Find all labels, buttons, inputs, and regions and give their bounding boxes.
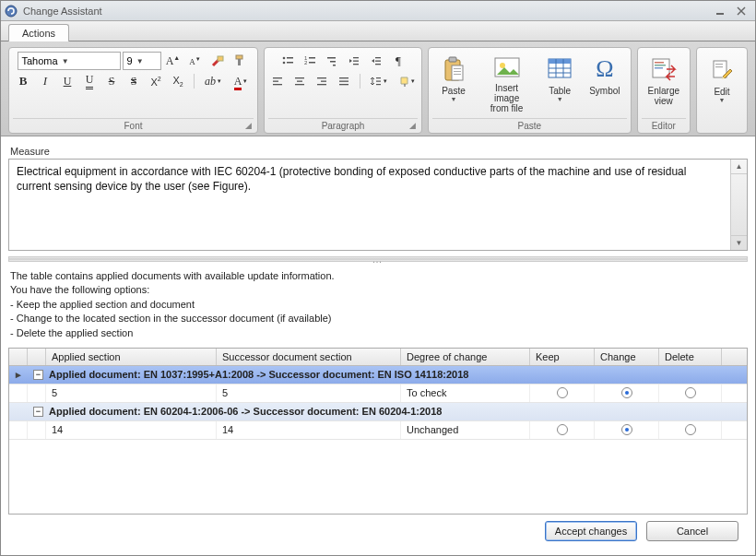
scroll-down-button[interactable]: ▼ bbox=[731, 235, 747, 250]
group-title-cell[interactable]: −Applied document: EN 1037:1995+A1:2008 … bbox=[28, 366, 747, 384]
group-title: Applied document: EN 60204-1:2006-06 -> … bbox=[49, 406, 442, 417]
justify-button[interactable] bbox=[334, 72, 354, 90]
font-dialog-launcher[interactable]: ◢ bbox=[245, 121, 252, 130]
collapse-icon[interactable]: − bbox=[33, 407, 43, 417]
svg-rect-23 bbox=[375, 64, 381, 65]
col-applied[interactable]: Applied section bbox=[46, 349, 217, 365]
keep-radio[interactable] bbox=[557, 424, 568, 435]
col-degree[interactable]: Degree of change bbox=[401, 349, 530, 365]
measure-label: Measure bbox=[10, 146, 748, 157]
insert-image-button[interactable]: Insert image from file bbox=[477, 52, 537, 116]
font-color-button[interactable]: A▾ bbox=[228, 72, 254, 90]
shading-button[interactable]: ▾ bbox=[394, 72, 419, 90]
col-keep[interactable]: Keep bbox=[530, 349, 595, 365]
line-spacing-button[interactable]: ▾ bbox=[366, 72, 392, 90]
group-label: Editor bbox=[642, 118, 686, 133]
scroll-track[interactable] bbox=[731, 174, 747, 235]
align-right-button[interactable] bbox=[312, 72, 332, 90]
chevron-down-icon: ▼ bbox=[62, 57, 69, 65]
group-title: Applied document: EN 1037:1995+A1:2008 -… bbox=[49, 369, 468, 380]
svg-rect-27 bbox=[295, 77, 304, 78]
svg-rect-17 bbox=[333, 65, 336, 66]
format-painter-button[interactable] bbox=[230, 52, 250, 70]
subscript-button[interactable]: X2 bbox=[168, 72, 188, 90]
enlarge-view-button[interactable]: Enlarge view bbox=[642, 52, 686, 116]
svg-rect-14 bbox=[309, 62, 315, 64]
svg-rect-22 bbox=[375, 61, 381, 62]
font-size-combo[interactable]: 9 ▼ bbox=[123, 52, 161, 70]
group-label: Paste bbox=[432, 118, 627, 133]
paragraph-dialog-launcher[interactable]: ◢ bbox=[409, 121, 416, 130]
multilevel-button[interactable] bbox=[322, 52, 342, 70]
keep-radio[interactable] bbox=[557, 387, 568, 398]
show-marks-button[interactable]: ¶ bbox=[388, 52, 408, 70]
omega-icon: Ω bbox=[590, 54, 620, 84]
double-strike-button[interactable]: S bbox=[124, 72, 144, 90]
change-radio[interactable] bbox=[621, 387, 632, 398]
clipboard-icon bbox=[439, 54, 468, 84]
svg-rect-32 bbox=[317, 84, 326, 85]
group-row[interactable]: −Applied document: EN 60204-1:2006-06 ->… bbox=[9, 403, 747, 421]
increase-indent-button[interactable] bbox=[366, 52, 386, 70]
strikethrough-button[interactable]: S bbox=[101, 72, 122, 90]
col-successor[interactable]: Successor document section bbox=[217, 349, 401, 365]
underline-button[interactable]: U bbox=[57, 72, 77, 90]
close-button[interactable] bbox=[731, 4, 751, 18]
svg-rect-56 bbox=[655, 67, 663, 69]
group-row[interactable]: ▸−Applied document: EN 1037:1995+A1:2008… bbox=[9, 366, 747, 384]
numbering-button[interactable]: 12 bbox=[300, 52, 320, 70]
collapse-icon[interactable]: − bbox=[33, 370, 43, 380]
decrease-indent-button[interactable] bbox=[344, 52, 364, 70]
cell-keep bbox=[530, 384, 595, 402]
info-line: - Delete the applied section bbox=[10, 326, 748, 340]
shrink-font-button[interactable]: A▼ bbox=[185, 52, 206, 70]
svg-point-9 bbox=[283, 62, 286, 65]
col-indicator[interactable] bbox=[9, 349, 28, 365]
symbol-button[interactable]: Ω Symbol bbox=[583, 52, 626, 116]
cancel-button[interactable]: Cancel bbox=[646, 521, 738, 541]
paste-button[interactable]: Paste ▼ bbox=[432, 52, 475, 116]
italic-button[interactable]: I bbox=[35, 72, 55, 90]
superscript-button[interactable]: X2 bbox=[146, 72, 166, 90]
svg-rect-1 bbox=[716, 13, 724, 15]
delete-radio[interactable] bbox=[685, 424, 696, 435]
separator bbox=[360, 74, 360, 89]
highlight-color-button[interactable]: ab▾ bbox=[200, 72, 226, 90]
row-indicator: ▸ bbox=[9, 366, 28, 384]
align-center-button[interactable] bbox=[289, 72, 310, 90]
grow-font-button[interactable]: A▲ bbox=[163, 52, 183, 70]
svg-rect-31 bbox=[321, 81, 326, 82]
cell-delete bbox=[659, 384, 722, 402]
cell-successor: 5 bbox=[217, 384, 401, 402]
col-delete[interactable]: Delete bbox=[659, 349, 722, 365]
clear-format-button[interactable] bbox=[207, 52, 228, 70]
group-title-cell[interactable]: −Applied document: EN 60204-1:2006-06 ->… bbox=[28, 403, 747, 420]
measure-text[interactable]: Electrical equipment in accordance with … bbox=[9, 160, 730, 250]
table-button[interactable]: Table ▼ bbox=[538, 52, 581, 116]
accept-changes-button[interactable]: Accept changes bbox=[545, 521, 637, 541]
splitter[interactable] bbox=[8, 256, 748, 262]
table-row[interactable]: 55To check bbox=[9, 384, 747, 403]
measure-editor[interactable]: Electrical equipment in accordance with … bbox=[8, 159, 748, 251]
scroll-up-button[interactable]: ▲ bbox=[731, 160, 747, 174]
table-row[interactable]: 1414Unchanged bbox=[9, 421, 747, 440]
enlarge-label: Enlarge view bbox=[648, 86, 679, 106]
cell-applied: 5 bbox=[46, 384, 217, 402]
scrollbar[interactable]: ▲ ▼ bbox=[730, 160, 747, 250]
bullets-button[interactable] bbox=[278, 52, 298, 70]
font-name-combo[interactable]: Tahoma ▼ bbox=[18, 52, 121, 70]
bold-button[interactable]: B bbox=[13, 72, 33, 90]
editor-group-caption: Editor bbox=[652, 121, 676, 131]
svg-rect-37 bbox=[376, 81, 381, 82]
col-change[interactable]: Change bbox=[595, 349, 659, 365]
minimize-button[interactable] bbox=[711, 4, 731, 18]
col-toggle[interactable] bbox=[28, 349, 46, 365]
cell-applied: 14 bbox=[46, 421, 217, 439]
delete-radio[interactable] bbox=[685, 387, 696, 398]
tab-actions[interactable]: Actions bbox=[8, 24, 69, 41]
edit-button[interactable]: Edit ▼ bbox=[701, 53, 743, 117]
change-radio[interactable] bbox=[621, 424, 632, 435]
align-left-button[interactable] bbox=[267, 72, 288, 90]
double-underline-button[interactable]: U bbox=[79, 72, 100, 90]
cell-successor: 14 bbox=[217, 421, 401, 439]
